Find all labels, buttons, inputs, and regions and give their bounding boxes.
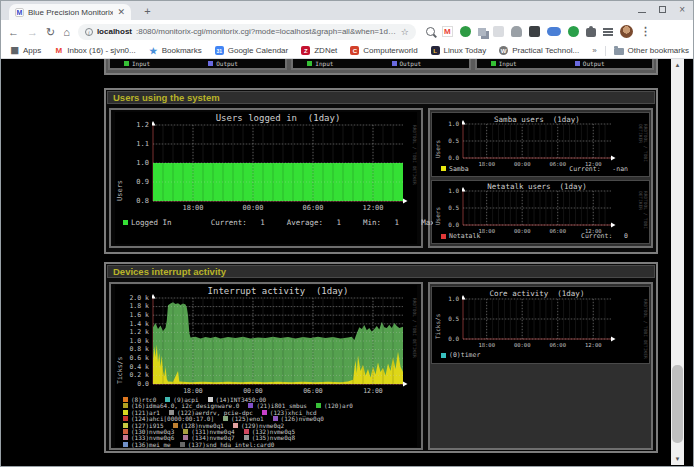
page-scrollbar[interactable]: ▲ ▼ — [671, 59, 684, 465]
scroll-down-arrow-icon[interactable]: ▼ — [671, 453, 684, 465]
light-square-ext-icon[interactable] — [493, 26, 504, 37]
x-tick-label: 00:00 — [238, 204, 268, 212]
green-circle-ext-icon[interactable] — [568, 26, 579, 37]
bookmarks-bar-right: » Other bookmarks — [592, 46, 689, 56]
bookmark-item[interactable]: LLinux Today — [431, 46, 487, 55]
y-tick-label: 0.8 k — [115, 345, 149, 353]
bookmark-item[interactable]: 31Google Calendar — [215, 46, 288, 55]
page-info-icon[interactable]: i — [85, 28, 93, 36]
stat-value: Min: 1 — [363, 218, 399, 227]
scrollbar-thumb[interactable] — [672, 365, 683, 443]
address-bar[interactable]: i localhost :8080/monitorix-cgi/monitori… — [78, 24, 416, 40]
users-section-title: Users using the system — [107, 91, 655, 104]
legend-swatch — [183, 429, 188, 434]
y-tick-label: 0.9 — [115, 178, 149, 186]
bookmark-item[interactable]: WPractical Technol... — [499, 46, 579, 55]
forward-button[interactable]: → — [27, 26, 38, 38]
copy-pages-ext-icon[interactable] — [478, 28, 486, 36]
users-logged-in-chart: Users logged in (1day)UsersRRDTOOL / TOB… — [115, 112, 417, 244]
input-legend: Input — [307, 60, 333, 67]
cw-icon: C — [350, 46, 359, 55]
legend-stats: Current: -nan — [569, 165, 628, 173]
minimize-button[interactable] — [638, 12, 646, 13]
netatalk-users-chart: Netatalk users (1day)UsersRRDTOOL / TOBI… — [433, 181, 648, 242]
tab-title: Blue Precision Monitorix — [28, 8, 113, 17]
y-tick-label: 1.0 k — [115, 337, 149, 345]
y-tick-label: 1.0 — [433, 295, 459, 302]
legend-swatch — [441, 234, 446, 239]
wp-icon: W — [499, 46, 508, 55]
output-swatch — [392, 61, 397, 66]
y-tick-label: 1.0 — [115, 159, 149, 167]
legend-swatch — [123, 423, 128, 428]
bookmarks-overflow-chevron[interactable]: » — [592, 46, 596, 55]
bookmark-item[interactable]: ▦Apps — [10, 46, 41, 55]
legend-stats: Current: 1Average: 1Min: 1Max: 1 — [211, 218, 458, 227]
gmail-ext-icon[interactable]: M — [442, 26, 453, 37]
legend-swatch — [165, 397, 170, 402]
dark-square-ext-icon[interactable] — [529, 26, 540, 37]
profile-avatar[interactable] — [620, 25, 633, 38]
y-tick-label: 0.0 — [433, 335, 459, 342]
bookmark-item[interactable]: ZZDNet — [301, 46, 337, 55]
bookmark-label: Linux Today — [444, 46, 487, 55]
legend-swatch — [173, 423, 178, 428]
bookmark-item[interactable]: CComputerworld — [350, 46, 417, 55]
input-swatch — [124, 61, 129, 66]
bookmark-item[interactable]: ★Bookmarks — [149, 46, 202, 55]
ghost-ext-icon[interactable] — [511, 26, 522, 37]
legend-swatch — [123, 220, 128, 225]
x-tick-label: 06:00 — [543, 342, 573, 348]
legend-swatch — [248, 403, 253, 408]
legend-swatch — [223, 416, 228, 421]
bookmark-label: Inbox (16) - sjvn0... — [67, 46, 135, 55]
bookmark-label: Computerworld — [363, 46, 417, 55]
output-label: Output — [216, 60, 238, 67]
output-swatch — [575, 61, 580, 66]
back-button[interactable]: ← — [8, 26, 19, 38]
home-button[interactable]: ⌂ — [63, 26, 70, 38]
samba-users-chart: Samba users (1day)UsersRRDTOOL / TOBI OE… — [433, 114, 648, 175]
bookmark-star-icon[interactable]: ☆ — [401, 27, 409, 37]
maximize-button[interactable] — [659, 6, 666, 13]
monitorix-page: InputOutputInputOutputInputOutput Users … — [1, 59, 693, 465]
green-globe-ext-icon[interactable] — [460, 26, 471, 37]
devices-section-title: Devices interrupt activity — [107, 265, 655, 278]
window-controls: × — [638, 2, 685, 17]
x-tick-label: 00:00 — [238, 387, 268, 395]
legend-row: (0)timer — [441, 351, 642, 359]
legend-item: (136)mei_me — [123, 441, 171, 448]
blue-pill-ext-icon[interactable] — [547, 27, 561, 36]
extensions-puzzle-icon[interactable] — [586, 28, 596, 37]
legend-stats: Current: 0 — [581, 232, 628, 240]
monitorix-favicon-icon: M — [15, 8, 24, 17]
devices-section: Devices interrupt activity Interrupt act… — [104, 262, 658, 453]
devices-side-panel: Core activity (1day)Ticks/sRRDTOOL / TOB… — [428, 282, 653, 450]
new-tab-button[interactable]: + — [141, 5, 154, 18]
network-graph-panel-bottom: InputOutput — [291, 59, 470, 70]
legend-swatch — [233, 423, 238, 428]
tab-close-icon[interactable]: ✕ — [117, 8, 125, 17]
url-path: :8080/monitorix-cgi/monitorix.cgi?mode=l… — [136, 27, 397, 36]
other-bookmarks-button[interactable]: Other bookmarks — [614, 46, 689, 55]
chart-plot — [462, 187, 617, 230]
legend-item: (137)snd_hda_intel:card0 — [180, 441, 275, 448]
scroll-up-arrow-icon[interactable]: ▲ — [671, 59, 684, 71]
y-tick-label: 1.0 — [433, 187, 459, 194]
menu-dots-icon[interactable]: ⋮ — [640, 26, 651, 37]
bookmark-label: ZDNet — [314, 46, 337, 55]
reading-list-icon[interactable] — [603, 31, 613, 33]
bookmark-item[interactable]: MInbox (16) - sjvn0... — [54, 46, 135, 55]
y-tick-label: 1.6 k — [115, 311, 149, 319]
y-tick-label: 0.4 k — [115, 363, 149, 371]
y-tick-label: 1.2 k — [115, 328, 149, 336]
input-label: Input — [499, 60, 517, 67]
browser-tab[interactable]: M Blue Precision Monitorix ✕ — [9, 4, 131, 20]
reload-button[interactable]: ↻ — [46, 26, 55, 38]
y-tick-label: 0.5 — [433, 315, 459, 322]
interrupt-activity-panel: Interrupt activity (1day)Ticks/sRRDTOOL … — [109, 282, 423, 450]
close-button[interactable]: × — [679, 5, 685, 15]
legend-label: (137)snd_hda_intel:card0 — [188, 441, 275, 448]
output-legend: Output — [575, 60, 605, 67]
magnifier-ext-icon[interactable] — [426, 27, 435, 36]
